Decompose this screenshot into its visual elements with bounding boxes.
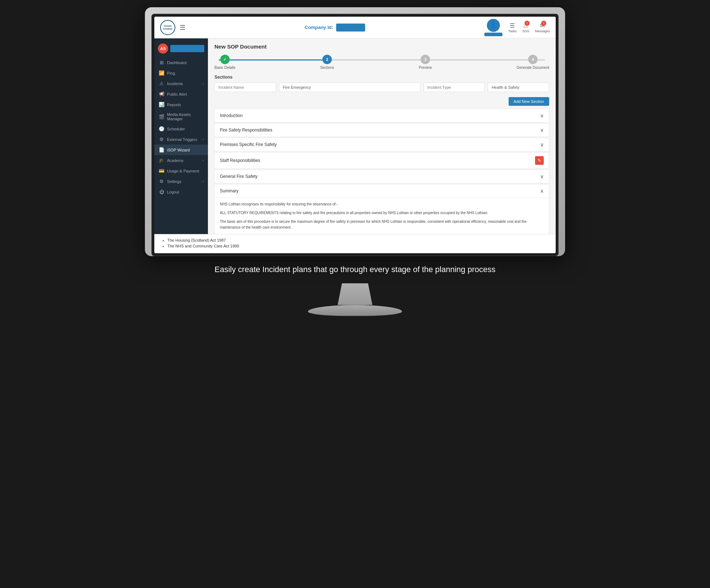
isop-icon: 📄: [159, 147, 164, 153]
sidebar-item-external-triggers[interactable]: ⚙ External Triggers ‹: [154, 134, 208, 145]
accordion-title-introduction: Introduction: [220, 113, 243, 118]
accordion-header-introduction[interactable]: Introduction ∨: [215, 109, 549, 122]
user-icon: 👤: [490, 22, 497, 29]
summary-para-3: The basic aim of this procedure is to se…: [220, 219, 544, 230]
accordion-header-summary[interactable]: Summary ∧: [215, 184, 549, 197]
sos-button[interactable]: ⚠ 1 SOS: [522, 22, 529, 33]
dashboard-icon: ⊞: [159, 60, 164, 65]
user-avatar[interactable]: 👤: [487, 19, 500, 32]
usage-icon: 💳: [159, 168, 164, 174]
sidebar-item-public-alert[interactable]: 📢 Public Alert: [154, 89, 208, 99]
step-circle-4: 4: [528, 55, 538, 64]
sidebar-item-logout[interactable]: ⏻ Logout: [154, 187, 208, 197]
user-initials: AS: [158, 43, 168, 54]
accordion-title-premises: Premises Specific Fire Safety: [220, 142, 277, 147]
public-alert-icon: 📢: [159, 91, 164, 97]
list-item-1: The Housing (Scotland) Act 1987: [167, 238, 548, 242]
sidebar-item-settings[interactable]: ⚙ Settings ‹: [154, 176, 208, 187]
company-id-value: [336, 24, 365, 32]
tasks-button[interactable]: ☰ Tasks: [508, 22, 517, 33]
messages-badge: 1: [541, 21, 546, 26]
summary-para-1: NHS Lothian recognises its responsibilit…: [220, 201, 544, 207]
add-new-section-button[interactable]: Add New Section: [509, 97, 549, 106]
section-inputs-row: [214, 83, 549, 92]
accordion-title-staff: Staff Responsibilities: [220, 158, 260, 163]
incident-name-input[interactable]: [214, 83, 276, 92]
sidebar: AS ⊞ Dashboard 📶 Ping ⚠ Incidents ‹: [154, 38, 208, 234]
app-window: Crises Control ☰ Company Id: 👤: [154, 17, 556, 253]
academy-icon: 🎓: [159, 158, 164, 163]
fire-emergency-input[interactable]: [279, 83, 421, 92]
bottom-strip: The Housing (Scotland) Act 1987 The NHS …: [154, 234, 556, 253]
sidebar-item-academy[interactable]: 🎓 Academy ‹: [154, 155, 208, 166]
sidebar-item-usage-payment[interactable]: 💳 Usage & Payment: [154, 166, 208, 176]
chevron-icon: ‹: [202, 82, 204, 86]
user-badge: AS: [154, 41, 208, 57]
chevron-up-icon: ∧: [540, 188, 544, 194]
sos-badge: 1: [525, 21, 530, 26]
main-layout: AS ⊞ Dashboard 📶 Ping ⚠ Incidents ‹: [154, 38, 556, 234]
hamburger-menu[interactable]: ☰: [180, 24, 185, 32]
top-bar-center: Company Id:: [305, 24, 365, 32]
step-label-2: Sections: [320, 66, 334, 70]
monitor-stand-base: [308, 305, 402, 316]
page-title: New SOP Document: [214, 43, 549, 50]
ping-icon: 📶: [159, 70, 164, 76]
sidebar-item-reports[interactable]: 📊 Reports: [154, 99, 208, 110]
messages-button[interactable]: ✉ 1 Messages: [535, 22, 550, 33]
step-circle-3: 3: [421, 55, 430, 64]
incident-type-input[interactable]: [423, 83, 485, 92]
step-label-4: Generate Document: [517, 66, 549, 70]
monitor-screen: Crises Control ☰ Company Id: 👤: [151, 14, 559, 256]
step-sections[interactable]: 2 Sections: [320, 55, 334, 70]
accordion-header-premises[interactable]: Premises Specific Fire Safety ∨: [215, 138, 549, 151]
top-bar-right: 👤 ☰ Tasks ⚠ 1: [484, 19, 550, 36]
chevron-down-icon: ∨: [540, 174, 544, 179]
accordion-premises-fire-safety: Premises Specific Fire Safety ∨: [214, 138, 549, 151]
chevron-icon: ‹: [202, 159, 204, 162]
bottom-list: The Housing (Scotland) Act 1987 The NHS …: [162, 238, 548, 248]
step-circle-1: ✓: [220, 55, 230, 64]
content-area: New SOP Document ✓ Basic Details 2: [208, 38, 556, 234]
scheduler-icon: 🕐: [159, 126, 164, 132]
step-label-3: Preview: [419, 66, 432, 70]
media-icon: 🎬: [159, 114, 164, 120]
sidebar-item-scheduler[interactable]: 🕐 Scheduler: [154, 124, 208, 134]
sidebar-item-media-assets[interactable]: 🎬 Media Assets Manager: [154, 110, 208, 124]
section-accordion: Introduction ∨ Fire Safety Responsibilit…: [214, 109, 549, 234]
sidebar-item-isop-wizard[interactable]: 📄 iSOP Wizard: [154, 145, 208, 155]
step-basic-details[interactable]: ✓ Basic Details: [214, 55, 235, 70]
stepper: ✓ Basic Details 2 Sections 3 Preview: [214, 55, 549, 70]
monitor-stand-neck: [333, 283, 377, 305]
edit-icon[interactable]: ✎: [535, 156, 544, 165]
sidebar-item-incidents[interactable]: ⚠ Incidents ‹: [154, 78, 208, 89]
accordion-header-staff[interactable]: Staff Responsibilities ✎: [215, 153, 549, 168]
accordion-header-fire-safety[interactable]: Fire Safety Responsibilities ∨: [215, 124, 549, 137]
chevron-down-icon: ∨: [540, 127, 544, 133]
tasks-icon: ☰: [510, 22, 515, 29]
logout-icon: ⏻: [159, 189, 164, 195]
accordion-staff-resp: Staff Responsibilities ✎: [214, 152, 549, 169]
chevron-icon: ‹: [202, 180, 204, 183]
accordion-title-general: General Fire Safety: [220, 174, 258, 179]
top-bar: Crises Control ☰ Company Id: 👤: [154, 17, 556, 38]
user-status-bar: [484, 33, 502, 36]
sections-label: Sections: [214, 75, 549, 80]
accordion-header-general[interactable]: General Fire Safety ∨: [215, 170, 549, 183]
chevron-down-icon: ∨: [540, 142, 544, 147]
step-preview[interactable]: 3 Preview: [419, 55, 432, 70]
accordion-general-fire-safety: General Fire Safety ∨: [214, 170, 549, 183]
health-safety-input[interactable]: [488, 83, 549, 92]
summary-para-2: ALL STATUTORY REQUIREMENTS relating to f…: [220, 210, 544, 216]
sidebar-item-dashboard[interactable]: ⊞ Dashboard: [154, 57, 208, 68]
accordion-title-summary: Summary: [220, 188, 238, 193]
sidebar-item-ping[interactable]: 📶 Ping: [154, 68, 208, 78]
accordion-summary: Summary ∧ NHS Lothian recognises its res…: [214, 184, 549, 234]
app-logo: Crises Control: [160, 20, 175, 35]
accordion-title-fire-safety: Fire Safety Responsibilities: [220, 128, 272, 133]
accordion-fire-safety-resp: Fire Safety Responsibilities ∨: [214, 123, 549, 137]
step-generate-doc[interactable]: 4 Generate Document: [517, 55, 549, 70]
top-bar-left: Crises Control ☰: [160, 20, 185, 35]
settings-icon: ⚙: [159, 179, 164, 184]
triggers-icon: ⚙: [159, 137, 164, 142]
